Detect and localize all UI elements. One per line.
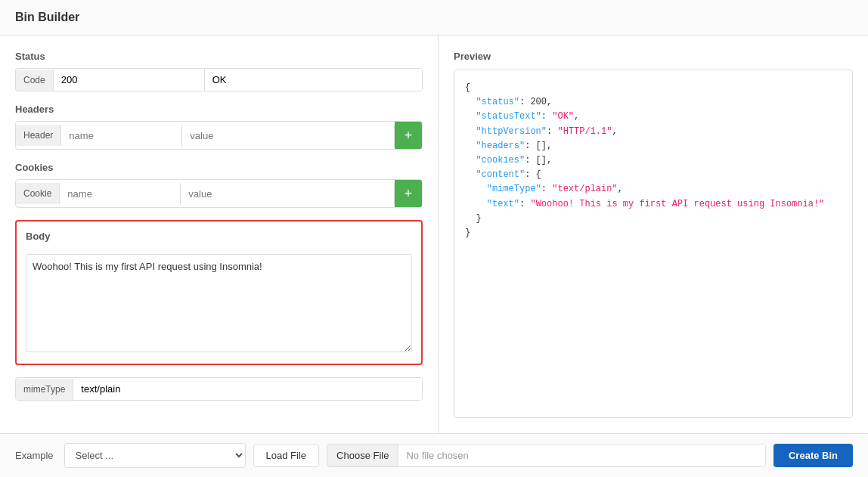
cookies-section: Cookies Cookie + [15,162,423,208]
preview-line-4: "httpVersion": "HTTP/1.1", [465,125,842,139]
load-file-button[interactable]: Load File [253,444,319,467]
preview-line-7: "content": { [465,168,842,182]
cookie-name-input[interactable] [60,183,181,205]
preview-line-3: "statusText": "OK", [465,110,842,124]
body-section: Body Woohoo! This is my first API reques… [15,220,423,365]
mime-input[interactable] [73,378,422,400]
preview-box: { "status": 200, "statusText": "OK", "ht… [454,70,853,418]
code-label: Code [16,70,54,91]
header: Bin Builder [0,0,868,36]
header-label: Header [16,125,61,146]
left-panel: Status Code Headers Header + C [0,36,439,433]
preview-line-8: "mimeType": "text/plain", [465,182,842,197]
preview-line-9: "text": "Woohoo! This is my first API re… [465,197,842,212]
preview-line-6: "cookies": [], [465,153,842,168]
app-container: Bin Builder Status Code Headers Header [0,0,868,477]
main-content: Status Code Headers Header + C [0,36,868,433]
right-panel: Preview { "status": 200, "statusText": "… [439,36,868,433]
choose-file-button[interactable]: Choose File [327,444,398,466]
status-section-title: Status [15,51,423,62]
add-header-button[interactable]: + [395,122,422,149]
file-name-display: No file chosen [398,444,765,466]
create-bin-button[interactable]: Create Bin [773,444,853,467]
page-title: Bin Builder [15,11,79,23]
example-label: Example [15,450,54,461]
header-value-input[interactable] [182,125,395,147]
body-textarea[interactable]: Woohoo! This is my first API request usi… [26,254,412,352]
cookie-value-input[interactable] [181,183,395,205]
mime-row: mimeType [15,377,423,401]
status-row: Code [15,68,423,91]
file-input-wrapper: Choose File No file chosen [327,444,766,467]
preview-line-11: } [465,226,842,240]
mime-label: mimeType [16,379,73,400]
cookie-label: Cookie [16,183,60,204]
preview-line-1: { [465,81,842,95]
header-name-input[interactable] [61,125,182,147]
example-select[interactable]: Select ... [64,443,246,468]
preview-title: Preview [454,51,853,62]
headers-section: Headers Header + [15,104,423,150]
body-section-title: Body [26,231,412,242]
status-section: Status Code [15,51,423,91]
headers-section-title: Headers [15,104,423,115]
preview-line-2: "status": 200, [465,95,842,110]
preview-line-5: "headers": [], [465,139,842,153]
status-text-input[interactable] [205,69,422,91]
cookies-section-title: Cookies [15,162,423,173]
header-row: Header + [15,121,423,150]
code-input[interactable] [54,69,205,91]
preview-line-10: } [465,212,842,226]
cookie-row: Cookie + [15,179,423,208]
footer: Example Select ... Load File Choose File… [0,433,868,477]
add-cookie-button[interactable]: + [395,180,422,207]
